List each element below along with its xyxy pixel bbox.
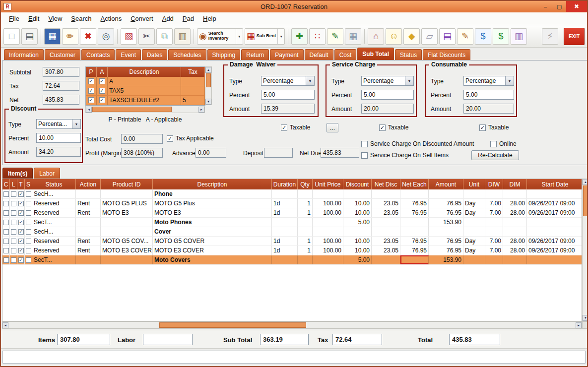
checkbox-icon[interactable]: ✓ bbox=[281, 124, 287, 131]
delete-button[interactable]: ✖ bbox=[80, 28, 96, 45]
summary-labor-field[interactable] bbox=[143, 334, 193, 345]
menu-item-view[interactable]: View bbox=[44, 13, 66, 24]
item-checkbox[interactable] bbox=[26, 191, 31, 197]
item-checkbox[interactable] bbox=[11, 201, 16, 206]
summary-tax-field[interactable]: 72.64 bbox=[332, 334, 382, 345]
exit-button[interactable]: EXIT bbox=[564, 28, 585, 45]
items-table-row[interactable]: ✓ReservedRentMOTO G5 COV...MOTO G5 COVER… bbox=[2, 237, 582, 246]
service-charge-percent-field[interactable]: 5.00 bbox=[361, 90, 414, 100]
items-header-qty[interactable]: Qty bbox=[298, 179, 313, 189]
tax-printable-cell[interactable]: ✓ bbox=[86, 77, 97, 86]
item-flag-cell[interactable] bbox=[25, 199, 32, 208]
item-checkbox[interactable]: ✓ bbox=[18, 257, 24, 263]
tax-header-tax[interactable]: Tax bbox=[181, 67, 205, 77]
scrollbar-thumb[interactable] bbox=[159, 322, 306, 328]
scroll-left-icon[interactable]: ◄ bbox=[86, 107, 92, 113]
item-flag-cell[interactable]: ✓ bbox=[17, 199, 25, 208]
items-header-discount[interactable]: Discount bbox=[343, 179, 372, 189]
checkbox-icon[interactable] bbox=[361, 141, 368, 147]
summary-items-field[interactable]: 307.80 bbox=[57, 334, 110, 345]
item-flag-cell[interactable] bbox=[2, 237, 10, 245]
tab-status[interactable]: Status bbox=[395, 49, 422, 60]
item-checkbox[interactable]: ✓ bbox=[18, 191, 24, 197]
package-button[interactable]: ▱ bbox=[421, 28, 438, 45]
item-checkbox[interactable] bbox=[26, 220, 31, 225]
items-header-action[interactable]: Action bbox=[76, 179, 101, 189]
tax-applicable-cell[interactable]: ✓ bbox=[97, 77, 108, 86]
item-flag-cell[interactable] bbox=[25, 255, 32, 264]
tax-applicable-cell[interactable]: ✓ bbox=[97, 96, 108, 105]
service-charge-amount-field[interactable]: 20.00 bbox=[361, 104, 414, 114]
recalculate-button[interactable]: Re-Calculate bbox=[471, 150, 519, 160]
item-flag-cell[interactable] bbox=[2, 199, 10, 208]
advance-field[interactable]: 0.00 bbox=[196, 148, 226, 158]
find-button[interactable]: ◎ bbox=[98, 28, 114, 45]
printable-checkbox[interactable]: ✓ bbox=[88, 78, 94, 84]
items-header-start-date[interactable]: Start Date bbox=[527, 179, 582, 189]
item-checkbox[interactable] bbox=[11, 191, 16, 197]
checkbox-icon[interactable]: ✓ bbox=[167, 135, 173, 142]
tax-table-vertical-scrollbar[interactable]: ▲ ▼ bbox=[205, 66, 212, 105]
consumable-amount-field[interactable]: 20.00 bbox=[463, 104, 514, 114]
discount-percent-field[interactable]: 10.00 bbox=[36, 133, 81, 143]
items-header-dim[interactable]: DIM bbox=[503, 179, 527, 189]
tax-header-p[interactable]: P bbox=[86, 67, 97, 77]
item-checkbox[interactable]: ✓ bbox=[18, 248, 24, 253]
scrollbar-thumb[interactable] bbox=[583, 185, 588, 216]
new-document-button[interactable]: □ bbox=[3, 28, 20, 45]
tab-shipping[interactable]: Shipping bbox=[207, 49, 241, 60]
sub-rent-button[interactable]: ▦Sub Rent▼ bbox=[245, 28, 285, 45]
tab-default[interactable]: Default bbox=[305, 49, 333, 60]
paste-button[interactable]: ▥ bbox=[174, 28, 191, 45]
tax-table-row[interactable]: ✓✓TAX5 bbox=[86, 86, 205, 96]
menu-item-actions[interactable]: Actions bbox=[97, 13, 126, 24]
tax-table-row[interactable]: ✓✓TAXSCHEDULE#25 bbox=[86, 96, 205, 105]
applicable-checkbox[interactable]: ✓ bbox=[99, 78, 105, 84]
tab-cost[interactable]: Cost bbox=[334, 49, 357, 60]
tax-printable-cell[interactable]: ✓ bbox=[86, 96, 97, 105]
applicable-checkbox[interactable]: ✓ bbox=[99, 97, 105, 103]
applicable-checkbox[interactable]: ✓ bbox=[99, 88, 105, 94]
tab-contacts[interactable]: Contacts bbox=[81, 49, 115, 60]
items-table-row[interactable]: ✓SecT...Moto Phones5.00153.90 bbox=[2, 218, 582, 227]
add-button[interactable]: ✚ bbox=[291, 28, 308, 45]
chevron-down-icon[interactable]: ▼ bbox=[306, 76, 314, 85]
scrollbar-thumb[interactable] bbox=[92, 107, 172, 112]
items-table-row[interactable]: ✓ReservedRentMOTO E3MOTO E31d1100.0010.0… bbox=[2, 208, 582, 218]
item-flag-cell[interactable] bbox=[10, 237, 17, 245]
service-charge-more-button[interactable]: ... bbox=[327, 123, 338, 132]
menu-item-pad[interactable]: Pad bbox=[179, 13, 198, 24]
tab-labor[interactable]: Labor bbox=[34, 168, 60, 179]
summary-total-field[interactable]: 435.83 bbox=[449, 334, 500, 345]
item-checkbox[interactable] bbox=[11, 239, 16, 244]
search-inventory-button[interactable]: ◉Search Inventory▼ bbox=[197, 28, 243, 45]
item-flag-cell[interactable]: ✓ bbox=[17, 227, 25, 236]
item-flag-cell[interactable]: ✓ bbox=[17, 255, 25, 264]
checkbox-icon[interactable]: ✓ bbox=[379, 124, 386, 131]
save-button[interactable]: ▦ bbox=[44, 28, 61, 45]
tab-event[interactable]: Event bbox=[116, 49, 141, 60]
item-flag-cell[interactable]: ✓ bbox=[17, 218, 25, 227]
item-checkbox[interactable]: ✓ bbox=[18, 220, 24, 225]
tax-applicable-cell[interactable]: ✓ bbox=[97, 86, 108, 95]
consumable-type-combo[interactable]: Percentage ▼ bbox=[463, 76, 514, 86]
printable-checkbox[interactable]: ✓ bbox=[88, 97, 94, 103]
plug-button[interactable]: ⚡ bbox=[542, 28, 558, 45]
items-header-unit-price[interactable]: Unit Price bbox=[313, 179, 343, 189]
item-flag-cell[interactable] bbox=[25, 189, 32, 198]
tax-applicable-checkbox[interactable]: ✓ Tax Applicable bbox=[167, 135, 214, 142]
item-checkbox[interactable] bbox=[3, 220, 9, 225]
service-charge-taxable-checkbox[interactable]: ✓ Taxable bbox=[379, 124, 408, 131]
scroll-right-icon[interactable]: ► bbox=[576, 322, 582, 328]
item-checkbox[interactable]: ✓ bbox=[18, 229, 24, 235]
checkbox-icon[interactable] bbox=[361, 152, 368, 159]
item-flag-cell[interactable] bbox=[2, 208, 10, 217]
online-checkbox[interactable]: Online bbox=[490, 140, 517, 147]
item-checkbox[interactable] bbox=[26, 201, 31, 206]
menu-item-file[interactable]: File bbox=[5, 13, 23, 24]
dropdown-arrow-icon[interactable]: ▼ bbox=[277, 29, 283, 44]
cut-document-button[interactable]: ▧ bbox=[121, 28, 137, 45]
scroll-up-icon[interactable]: ▲ bbox=[205, 67, 211, 73]
item-checkbox[interactable] bbox=[3, 210, 9, 216]
item-checkbox[interactable]: ✓ bbox=[18, 201, 24, 206]
